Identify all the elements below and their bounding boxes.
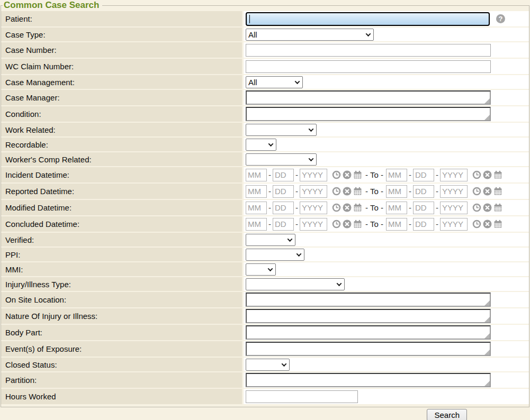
row-modified-datetime: Modified Datetime:--- To --- bbox=[1, 200, 529, 215]
row-on-site-location: On Site Location: bbox=[1, 292, 529, 307]
modified-datetime-to-calendar-icon[interactable] bbox=[493, 203, 502, 212]
concluded-datetime-from-clock-icon[interactable] bbox=[332, 220, 341, 229]
concluded-datetime-to-clear-icon[interactable] bbox=[483, 220, 492, 229]
range-to-label: - To - bbox=[365, 220, 383, 229]
condition-textarea[interactable] bbox=[246, 107, 491, 121]
modified-datetime-to-yyyy-input[interactable] bbox=[440, 202, 468, 214]
resize-handle[interactable] bbox=[484, 350, 490, 355]
case-manager-textarea[interactable] bbox=[246, 90, 491, 105]
patient-input[interactable] bbox=[246, 12, 490, 26]
concluded-datetime-from-yyyy-input[interactable] bbox=[300, 218, 327, 231]
modified-datetime-to-clear-icon[interactable] bbox=[483, 203, 492, 212]
ppi-select[interactable] bbox=[246, 249, 304, 261]
incident-datetime-from-mm-input[interactable] bbox=[246, 169, 267, 181]
nature-of-injury-or-illness-textarea[interactable] bbox=[246, 309, 491, 323]
chevron-down-icon bbox=[337, 281, 342, 286]
button-bar: Search bbox=[0, 407, 530, 420]
modified-datetime-to-dd-input[interactable] bbox=[413, 202, 434, 214]
closed-status-select[interactable] bbox=[246, 359, 290, 371]
modified-datetime-from-clock-icon[interactable] bbox=[332, 203, 341, 212]
reported-datetime-from-mm-input[interactable] bbox=[246, 185, 267, 198]
on-site-location-textarea[interactable] bbox=[246, 293, 491, 307]
incident-datetime-from-yyyy-input[interactable] bbox=[300, 169, 327, 181]
reported-datetime-from-dd-input[interactable] bbox=[273, 185, 294, 198]
mmi-select[interactable] bbox=[246, 263, 276, 276]
reported-datetime-to-mm-input[interactable] bbox=[386, 185, 407, 198]
resize-handle[interactable] bbox=[484, 300, 490, 306]
case-number-input[interactable] bbox=[246, 44, 491, 57]
concluded-datetime-from-clear-icon[interactable] bbox=[343, 220, 352, 229]
incident-datetime-to-calendar-icon[interactable] bbox=[493, 170, 502, 179]
reported-datetime-from-yyyy-input[interactable] bbox=[300, 185, 327, 198]
incident-datetime-to-mm-input[interactable] bbox=[386, 169, 407, 181]
incident-datetime-to-clock-icon[interactable] bbox=[472, 170, 481, 179]
date-separator: - bbox=[268, 203, 271, 212]
incident-datetime-from-group: -- bbox=[246, 169, 362, 181]
field-cell-modified-datetime: --- To --- bbox=[244, 200, 529, 215]
reported-datetime-to-dd-input[interactable] bbox=[413, 185, 434, 198]
resize-handle[interactable] bbox=[484, 381, 490, 386]
worker-s-comp-related-select[interactable] bbox=[246, 153, 317, 166]
modified-datetime-to-clock-icon[interactable] bbox=[472, 203, 481, 212]
incident-datetime-from-clock-icon[interactable] bbox=[332, 170, 341, 179]
concluded-datetime-to-icons bbox=[472, 220, 502, 229]
incident-datetime-from-clear-icon[interactable] bbox=[343, 170, 352, 179]
reported-datetime-from-calendar-icon[interactable] bbox=[353, 187, 362, 196]
partition-textarea[interactable] bbox=[246, 373, 491, 387]
text-caret bbox=[249, 15, 250, 23]
resize-handle[interactable] bbox=[484, 115, 490, 120]
row-hours-worked: Hours Worked bbox=[1, 389, 529, 404]
field-cell-closed-status bbox=[244, 358, 529, 371]
resize-handle[interactable] bbox=[484, 333, 490, 339]
resize-handle[interactable] bbox=[484, 317, 490, 322]
reported-datetime-to-clock-icon[interactable] bbox=[472, 187, 481, 196]
reported-datetime-from-clock-icon[interactable] bbox=[332, 187, 341, 196]
concluded-datetime-from-calendar-icon[interactable] bbox=[353, 220, 362, 229]
incident-datetime-to-dd-input[interactable] bbox=[413, 169, 434, 181]
modified-datetime-from-clear-icon[interactable] bbox=[343, 203, 352, 212]
field-cell-ppi bbox=[244, 248, 529, 261]
hours-worked-input[interactable] bbox=[246, 390, 358, 403]
body-part-textarea[interactable] bbox=[246, 325, 491, 340]
date-separator: - bbox=[436, 203, 438, 212]
resize-handle[interactable] bbox=[484, 98, 490, 104]
modified-datetime-to-mm-input[interactable] bbox=[386, 202, 407, 214]
concluded-datetime-to-calendar-icon[interactable] bbox=[493, 220, 502, 229]
concluded-datetime-to-dd-input[interactable] bbox=[413, 218, 434, 231]
modified-datetime-from-yyyy-input[interactable] bbox=[300, 202, 327, 214]
concluded-datetime-to-mm-input[interactable] bbox=[386, 218, 407, 231]
wc-claim-number-input[interactable] bbox=[246, 60, 491, 73]
incident-datetime-from-dd-input[interactable] bbox=[273, 169, 294, 181]
date-separator: - bbox=[295, 203, 298, 212]
reported-datetime-to-calendar-icon[interactable] bbox=[493, 187, 502, 196]
event-s-of-exposure-textarea[interactable] bbox=[246, 342, 491, 356]
concluded-datetime-from-dd-input[interactable] bbox=[273, 218, 294, 231]
concluded-datetime-from-mm-input[interactable] bbox=[246, 218, 267, 231]
incident-datetime-to-yyyy-input[interactable] bbox=[440, 169, 468, 181]
reported-datetime-to-clear-icon[interactable] bbox=[483, 187, 492, 196]
search-button[interactable]: Search bbox=[427, 409, 467, 420]
concluded-datetime-to-clock-icon[interactable] bbox=[472, 220, 481, 229]
incident-datetime-from-calendar-icon[interactable] bbox=[353, 170, 362, 179]
modified-datetime-from-calendar-icon[interactable] bbox=[353, 203, 362, 212]
incident-datetime-to-clear-icon[interactable] bbox=[483, 170, 492, 179]
nature-of-injury-or-illness-textarea-wrap bbox=[246, 309, 491, 323]
field-cell-on-site-location bbox=[244, 292, 529, 307]
help-icon[interactable]: ? bbox=[496, 14, 505, 23]
field-cell-condition bbox=[244, 106, 529, 122]
concluded-datetime-to-yyyy-input[interactable] bbox=[440, 218, 468, 231]
modified-datetime-from-mm-input[interactable] bbox=[246, 202, 267, 214]
date-separator: - bbox=[295, 187, 298, 196]
case-management-select[interactable]: All bbox=[246, 76, 303, 88]
reported-datetime-from-clear-icon[interactable] bbox=[343, 187, 352, 196]
field-cell-case-number bbox=[244, 42, 529, 58]
case-type-select[interactable]: All bbox=[246, 29, 374, 41]
work-related-select[interactable] bbox=[246, 124, 317, 136]
modified-datetime-from-dd-input[interactable] bbox=[273, 202, 294, 214]
injury-illness-type-select[interactable] bbox=[246, 278, 345, 290]
field-label-modified-datetime: Modified Datetime: bbox=[1, 200, 242, 215]
recordable-select[interactable] bbox=[246, 139, 276, 151]
verified-select[interactable] bbox=[246, 234, 295, 246]
reported-datetime-to-yyyy-input[interactable] bbox=[440, 185, 468, 198]
row-injury-illness-type: Injury/Illness Type: bbox=[1, 277, 529, 291]
